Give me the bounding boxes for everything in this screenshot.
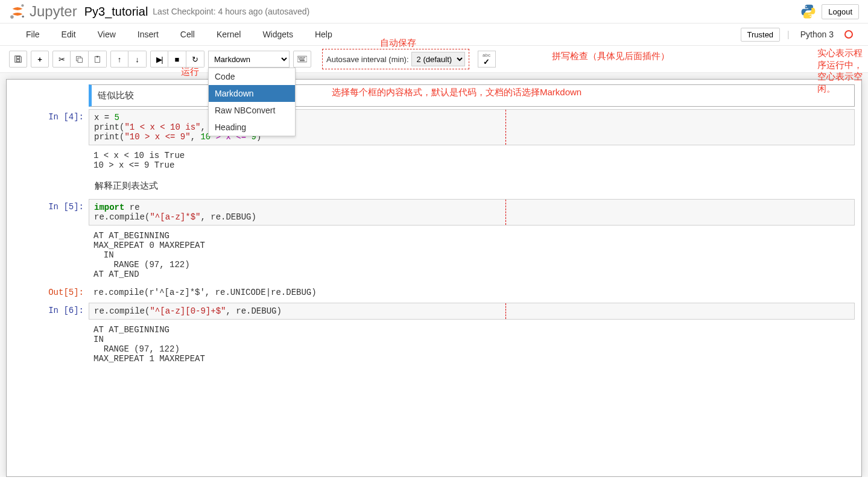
annotation-celltype: 选择每个框的内容格式，默认是代码，文档的话选择Markdown (332, 87, 581, 98)
ruler-line-6 (505, 303, 506, 319)
output-cell-5: AT AT_BEGINNING MAX_REPEAT 0 MAXREPEAT I… (10, 227, 858, 283)
output-text-4: 1 < x < 10 is True 10 > x <= 9 True (89, 148, 855, 173)
run-icon: ▶| (156, 55, 162, 64)
annotation-kernel: 实心表示程序运行中，空心表示空闲。 (817, 47, 866, 94)
svg-rect-6 (78, 58, 82, 62)
svg-rect-17 (302, 58, 303, 60)
copy-icon (75, 55, 83, 63)
menu-kernel[interactable]: Kernel (206, 26, 252, 43)
notebook-name[interactable]: Py3_tutorial (84, 5, 148, 19)
save-button[interactable] (9, 51, 27, 68)
save-icon (14, 55, 22, 63)
python-icon (800, 3, 817, 20)
svg-rect-16 (300, 58, 302, 60)
markdown-cell-2[interactable]: 解释正则表达式 (10, 174, 858, 198)
notebook-container: 链似比较 In [4]: x = 5 print("1 < x < 10 is"… (6, 79, 862, 477)
run-button[interactable]: ▶| (150, 51, 168, 68)
stop-icon: ■ (175, 55, 180, 64)
autosave-select[interactable]: 2 (default) (411, 52, 465, 66)
code-input-4[interactable]: x = 5 print("1 < x < 10 is", 1 < x < 10)… (89, 109, 855, 145)
autosave-label: Autosave interval (min): (326, 55, 409, 64)
scissors-icon: ✂ (59, 55, 65, 64)
svg-rect-13 (303, 57, 304, 58)
logout-button[interactable]: Logout (822, 4, 859, 19)
annotation-autosave: 自动保存 (380, 37, 416, 49)
svg-rect-19 (300, 60, 305, 62)
output-text-5: AT AT_BEGINNING MAX_REPEAT 0 MAXREPEAT I… (89, 228, 855, 282)
arrow-down-icon: ↓ (135, 55, 139, 64)
menu-edit[interactable]: Edit (51, 26, 87, 43)
move-down-button[interactable]: ↓ (128, 51, 147, 68)
ruler-line (505, 110, 506, 145)
output-value-5: re.compile(r'^[a-z]*$', re.UNICODE|re.DE… (89, 285, 855, 300)
output-cell-5-val: Out[5]: re.compile(r'^[a-z]*$', re.UNICO… (10, 283, 858, 301)
menu-cell[interactable]: Cell (169, 26, 206, 43)
svg-point-3 (806, 6, 807, 7)
notebook-scroll-area[interactable]: 链似比较 In [4]: x = 5 print("1 < x < 10 is"… (0, 73, 868, 477)
paste-button[interactable] (89, 51, 107, 68)
kernel-name[interactable]: Python 3 (797, 30, 837, 39)
svg-point-4 (810, 16, 811, 17)
cell-type-option-code[interactable]: Code (209, 68, 295, 85)
command-palette-button[interactable] (293, 51, 311, 68)
menu-view[interactable]: View (87, 26, 127, 43)
output-cell-6: AT AT_BEGINNING IN RANGE (97, 122) MAX_R… (10, 321, 858, 368)
cell-prompt-empty (10, 84, 89, 107)
trusted-button[interactable]: Trusted (741, 28, 781, 42)
copy-button[interactable] (71, 51, 89, 68)
interrupt-button[interactable]: ■ (168, 51, 186, 68)
header-bar: Jupyter Py3_tutorial Last Checkpoint: 4 … (0, 0, 868, 23)
menu-insert[interactable]: Insert (127, 26, 169, 43)
code-cell-6[interactable]: In [6]: re.compile("^[a-z][0-9]+$", re.D… (10, 301, 858, 321)
code-cell-5[interactable]: In [5]: import re re.compile("^[a-z]*$",… (10, 198, 858, 227)
paste-icon (93, 55, 101, 63)
annotation-spell: 拼写检查（具体见后面插件） (552, 51, 670, 62)
restart-button[interactable]: ↻ (186, 51, 204, 68)
output-cell-4: 1 < x < 10 is True 10 > x <= 9 True (10, 147, 858, 174)
svg-point-0 (21, 4, 24, 7)
menu-help[interactable]: Help (304, 26, 343, 43)
menu-file[interactable]: File (15, 26, 51, 43)
menu-widgets[interactable]: Widgets (252, 26, 304, 43)
svg-rect-14 (304, 57, 305, 58)
cut-button[interactable]: ✂ (52, 51, 71, 68)
svg-point-2 (22, 16, 24, 18)
cell-type-option-raw[interactable]: Raw NBConvert (209, 102, 295, 119)
cell-type-dropdown: Code Markdown Raw NBConvert Heading (208, 68, 296, 136)
input-prompt-5: In [5]: (10, 199, 89, 226)
output-prompt-6-empty (10, 322, 89, 367)
jupyter-logo[interactable]: Jupyter (9, 3, 77, 20)
jupyter-brand-text: Jupyter (30, 3, 77, 20)
move-up-button[interactable]: ↑ (110, 51, 128, 68)
output-prompt-5: Out[5]: (10, 285, 89, 300)
keyboard-icon (297, 55, 307, 63)
input-prompt-6: In [6]: (10, 303, 89, 320)
spellcheck-check-icon: ✓ (483, 58, 490, 66)
svg-rect-10 (299, 57, 300, 58)
spellcheck-button[interactable]: abc ✓ (478, 51, 496, 68)
code-input-6[interactable]: re.compile("^[a-z][0-9]+$", re.DEBUG) (89, 303, 855, 320)
svg-rect-18 (303, 58, 305, 60)
cell-prompt-empty-2 (10, 175, 89, 197)
restart-icon: ↻ (192, 55, 198, 64)
output-prompt-4-empty (10, 148, 89, 173)
jupyter-icon (9, 3, 26, 20)
code-input-5[interactable]: import re re.compile("^[a-z]*$", re.DEBU… (89, 199, 855, 226)
add-cell-button[interactable]: + (31, 51, 49, 68)
svg-rect-8 (97, 55, 98, 57)
kernel-indicator-icon (844, 30, 853, 39)
autosave-widget: Autosave interval (min): 2 (default) (322, 49, 469, 69)
cell-type-select[interactable]: Markdown (208, 51, 290, 68)
code-cell-4[interactable]: In [4]: x = 5 print("1 < x < 10 is", 1 <… (10, 108, 858, 147)
annotation-run: 运行 (181, 66, 199, 78)
svg-rect-12 (301, 57, 302, 58)
cell-type-option-markdown[interactable]: Markdown (209, 85, 295, 102)
output-text-6: AT AT_BEGINNING IN RANGE (97, 122) MAX_R… (89, 322, 855, 367)
menu-bar: File Edit View Insert Cell Kernel Widget… (0, 23, 868, 46)
plus-icon: + (37, 55, 42, 64)
svg-rect-15 (299, 58, 300, 60)
output-prompt-5-empty (10, 228, 89, 282)
toolbar: + ✂ ↑ ↓ ▶| ■ ↻ Markdown Code Markdown Ra… (0, 46, 868, 73)
cell-type-select-wrapper: Markdown Code Markdown Raw NBConvert Hea… (208, 51, 290, 68)
cell-type-option-heading[interactable]: Heading (209, 119, 295, 136)
